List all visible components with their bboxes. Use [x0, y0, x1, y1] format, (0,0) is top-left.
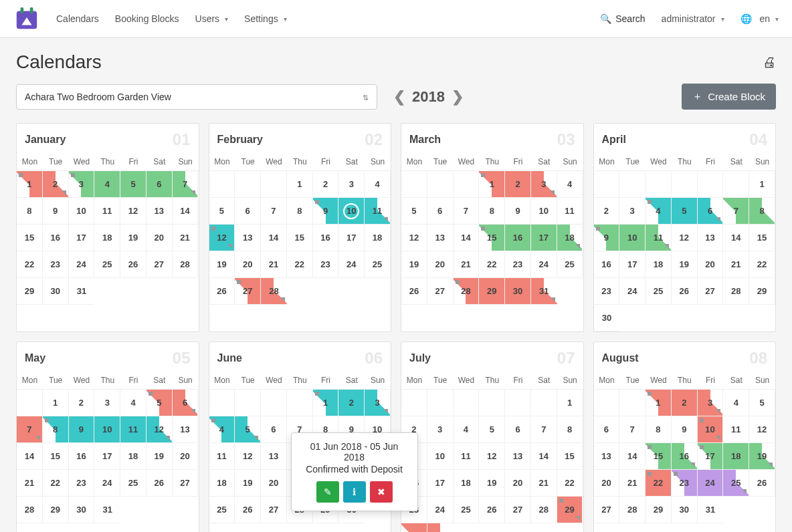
day-cell[interactable]: 14	[619, 443, 646, 470]
day-cell[interactable]: 17	[69, 225, 95, 251]
day-cell[interactable]: 20	[698, 251, 724, 278]
day-cell[interactable]: 14	[454, 225, 480, 251]
day-cell[interactable]: 14	[531, 443, 557, 470]
day-cell[interactable]: 29	[17, 278, 43, 305]
day-cell[interactable]: 26	[401, 278, 427, 305]
day-cell[interactable]: 19	[120, 225, 146, 251]
day-cell[interactable]: 5	[235, 416, 261, 443]
day-cell[interactable]: 7	[531, 416, 557, 443]
day-cell[interactable]: 9	[313, 198, 339, 225]
day-cell[interactable]: 2	[69, 390, 95, 416]
day-cell[interactable]: 18	[557, 225, 583, 251]
day-cell[interactable]: 5	[479, 416, 505, 443]
day-cell[interactable]: 6	[173, 390, 199, 416]
day-cell[interactable]: 19	[672, 251, 698, 278]
day-cell[interactable]: 8	[479, 198, 505, 225]
day-cell[interactable]: 21	[531, 470, 557, 497]
popover-info-button[interactable]: ℹ	[343, 481, 366, 503]
day-cell[interactable]: 20	[146, 225, 173, 251]
day-cell[interactable]: 9	[594, 225, 620, 251]
day-cell[interactable]: 28	[723, 278, 749, 305]
search-toggle[interactable]: Search	[600, 13, 645, 24]
day-cell[interactable]: 14	[723, 225, 749, 251]
day-cell[interactable]: 4	[454, 416, 480, 443]
day-cell[interactable]: 19	[749, 443, 775, 470]
day-cell[interactable]: 11	[723, 416, 749, 443]
day-cell[interactable]: 11	[209, 443, 235, 470]
day-cell[interactable]: 18	[454, 470, 480, 497]
nav-booking-blocks[interactable]: Booking Blocks	[115, 13, 179, 24]
day-cell[interactable]: 25	[94, 251, 120, 278]
day-cell[interactable]: 30	[43, 278, 69, 305]
day-cell[interactable]: 25	[120, 470, 146, 497]
year-next[interactable]: ❯	[452, 88, 464, 106]
day-cell[interactable]: 9	[69, 416, 95, 443]
day-cell[interactable]: 26	[146, 470, 173, 497]
day-cell[interactable]: 8	[43, 416, 69, 443]
day-cell[interactable]: 1	[646, 390, 672, 416]
day-cell[interactable]: 23	[69, 470, 95, 497]
day-cell[interactable]: 26	[209, 278, 235, 305]
day-cell[interactable]: 22	[479, 251, 505, 278]
day-cell[interactable]: 22	[646, 470, 672, 497]
day-cell[interactable]: 9	[505, 198, 531, 225]
day-cell[interactable]: 7	[17, 416, 43, 443]
day-cell[interactable]: 2	[594, 198, 620, 225]
day-cell[interactable]: 3	[619, 198, 646, 225]
day-cell[interactable]: 1	[313, 390, 339, 416]
day-cell[interactable]: 10	[69, 198, 95, 225]
day-cell[interactable]: 5	[209, 198, 235, 225]
day-cell[interactable]: 22	[287, 251, 313, 278]
day-cell[interactable]: 23	[313, 251, 339, 278]
day-cell[interactable]: 28	[261, 278, 287, 305]
day-cell[interactable]: 27	[505, 497, 531, 523]
day-cell[interactable]: 27	[594, 497, 620, 523]
day-cell[interactable]: 3	[94, 390, 120, 416]
day-cell[interactable]: 8	[646, 416, 672, 443]
day-cell[interactable]: 21	[723, 251, 749, 278]
day-cell[interactable]: 16	[69, 443, 95, 470]
day-cell[interactable]: 31	[531, 278, 557, 305]
day-cell[interactable]: 15	[17, 225, 43, 251]
day-cell[interactable]: 6	[594, 416, 620, 443]
day-cell[interactable]: 1	[43, 390, 69, 416]
day-cell[interactable]: 30	[69, 497, 95, 523]
day-cell[interactable]: 20	[594, 470, 620, 497]
lang-menu[interactable]: en	[740, 13, 779, 24]
day-cell[interactable]: 17	[531, 225, 557, 251]
day-cell[interactable]: 25	[454, 497, 480, 523]
day-cell[interactable]: 16	[43, 225, 69, 251]
day-cell[interactable]: 8	[557, 416, 583, 443]
day-cell[interactable]: 31	[698, 497, 724, 523]
nav-settings[interactable]: Settings	[244, 13, 287, 24]
day-cell[interactable]: 12	[235, 443, 261, 470]
day-cell[interactable]: 13	[505, 443, 531, 470]
day-cell[interactable]: 17	[619, 251, 646, 278]
day-cell[interactable]: 2	[672, 390, 698, 416]
app-logo[interactable]	[13, 5, 40, 32]
day-cell[interactable]: 13	[427, 225, 454, 251]
day-cell[interactable]: 4	[365, 171, 391, 198]
day-cell[interactable]: 21	[173, 225, 199, 251]
day-cell[interactable]: 17	[94, 443, 120, 470]
day-cell[interactable]: 29	[557, 497, 583, 523]
popover-delete-button[interactable]: ✖	[370, 481, 393, 503]
day-cell[interactable]: 9	[672, 416, 698, 443]
day-cell[interactable]: 1	[749, 171, 775, 198]
day-cell[interactable]: 3	[427, 416, 454, 443]
day-cell[interactable]: 28	[531, 497, 557, 523]
day-cell[interactable]: 22	[43, 470, 69, 497]
day-cell[interactable]: 26	[120, 251, 146, 278]
day-cell[interactable]: 3	[69, 171, 95, 198]
day-cell[interactable]: 23	[672, 470, 698, 497]
day-cell[interactable]: 18	[646, 251, 672, 278]
day-cell[interactable]: 30	[594, 305, 620, 331]
day-cell[interactable]: 7	[619, 416, 646, 443]
day-cell[interactable]: 4	[94, 171, 120, 198]
day-cell[interactable]: 24	[338, 251, 365, 278]
day-cell[interactable]: 26	[749, 470, 775, 497]
day-cell[interactable]: 23	[505, 251, 531, 278]
day-cell[interactable]: 16	[313, 225, 339, 251]
day-cell[interactable]: 4	[557, 171, 583, 198]
day-cell[interactable]: 27	[173, 470, 199, 497]
